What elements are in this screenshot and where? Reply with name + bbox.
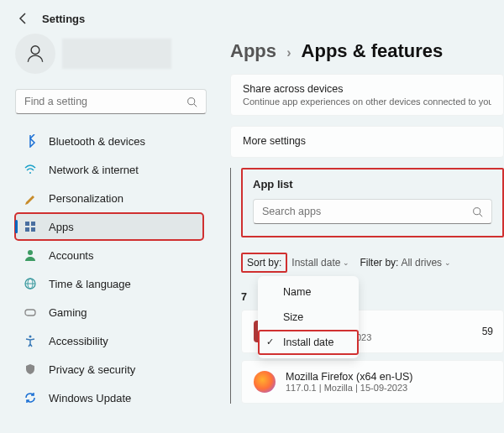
sidebar-item-personalization[interactable]: Personalization — [15, 185, 203, 211]
gamepad-icon — [24, 305, 37, 319]
avatar — [15, 34, 55, 74]
content-pane: Apps › Apps & features Share across devi… — [212, 34, 504, 433]
svg-line-2 — [194, 103, 197, 106]
app-name: Mozilla Firefox (x64 en-US) — [286, 371, 412, 383]
svg-rect-7 — [31, 227, 35, 232]
sidebar-item-bluetooth-devices[interactable]: Bluetooth & devices — [15, 128, 203, 154]
sort-dropdown: NameSizeInstall date — [258, 276, 359, 358]
svg-point-1 — [188, 97, 195, 104]
bluetooth-icon — [24, 134, 37, 148]
sidebar-item-label: Accounts — [49, 249, 93, 262]
sort-option-name[interactable]: Name — [258, 279, 359, 305]
nav-list: Bluetooth & devicesNetwork & internetPer… — [15, 128, 203, 411]
sort-by-label[interactable]: Sort by: — [241, 253, 287, 273]
filter-by-label: Filter by: — [360, 257, 398, 269]
app-size: 59 — [482, 326, 493, 337]
window-title: Settings — [42, 13, 85, 25]
sidebar-item-accessibility[interactable]: Accessibility — [15, 327, 203, 354]
sidebar-item-network-internet[interactable]: Network & internet — [15, 156, 203, 183]
filter-row: Sort by: Install date ⌄ Filter by: All d… — [241, 253, 504, 273]
find-setting-search[interactable] — [15, 89, 207, 114]
sidebar-item-label: Bluetooth & devices — [49, 135, 145, 148]
app-list-box: App list — [241, 168, 504, 237]
username-redacted — [62, 39, 171, 69]
sort-option-install-date[interactable]: Install date — [258, 330, 359, 355]
search-apps-field[interactable] — [253, 199, 492, 224]
svg-line-15 — [480, 213, 482, 216]
person-icon — [24, 248, 37, 262]
search-icon — [186, 97, 197, 107]
app-list-section: App list Sort by: Install date ⌄ Filter … — [230, 168, 504, 404]
more-settings-card[interactable]: More settings — [230, 126, 504, 158]
access-icon — [24, 334, 37, 347]
svg-point-8 — [28, 250, 33, 255]
sidebar-item-gaming[interactable]: Gaming — [15, 299, 203, 326]
title-bar: Settings — [0, 0, 504, 34]
breadcrumb-parent[interactable]: Apps — [230, 40, 276, 61]
breadcrumb: Apps › Apps & features — [230, 40, 504, 62]
sidebar-item-privacy-security[interactable]: Privacy & security — [15, 356, 203, 383]
filter-value[interactable]: All drives — [401, 257, 442, 269]
sidebar-item-label: Personalization — [49, 192, 123, 205]
card-desc: Continue app experiences on other device… — [243, 97, 491, 107]
app-list-title: App list — [253, 178, 492, 190]
sort-option-size[interactable]: Size — [258, 305, 359, 330]
chevron-down-icon: ⌄ — [444, 258, 451, 267]
app-icon — [252, 369, 277, 394]
card-title: More settings — [243, 135, 491, 147]
back-button[interactable] — [17, 12, 30, 25]
sidebar: Bluetooth & devicesNetwork & internetPer… — [0, 34, 212, 433]
svg-rect-6 — [25, 227, 29, 232]
svg-point-0 — [31, 46, 39, 55]
search-icon — [472, 206, 483, 217]
svg-point-3 — [29, 172, 31, 174]
brush-icon — [24, 191, 37, 205]
sidebar-item-time-language[interactable]: Time & language — [15, 270, 203, 297]
sidebar-item-label: Time & language — [49, 278, 131, 290]
apps-icon — [24, 220, 37, 233]
search-apps-input[interactable] — [262, 206, 472, 217]
svg-rect-5 — [31, 222, 35, 226]
svg-rect-4 — [25, 222, 29, 226]
wifi-icon — [24, 163, 37, 176]
sidebar-item-label: Privacy & security — [49, 363, 135, 376]
sidebar-item-accounts[interactable]: Accounts — [15, 242, 203, 269]
chevron-down-icon: ⌄ — [343, 258, 349, 267]
breadcrumb-current: Apps & features — [302, 40, 444, 61]
person-icon — [24, 43, 46, 65]
card-title: Share across devices — [243, 83, 491, 95]
shield-icon — [24, 363, 37, 376]
app-row[interactable]: Mozilla Firefox (x64 en-US)117.0.1 | Moz… — [241, 360, 504, 404]
main-layout: Bluetooth & devicesNetwork & internetPer… — [0, 34, 504, 433]
sidebar-item-label: Apps — [49, 221, 74, 233]
globe-icon — [24, 277, 37, 290]
app-meta: 117.0.1 | Mozilla | 15-09-2023 — [286, 383, 412, 393]
chevron-right-icon: › — [286, 45, 291, 60]
share-devices-card[interactable]: Share across devices Continue app experi… — [230, 74, 504, 116]
sidebar-item-label: Accessibility — [49, 335, 108, 347]
sidebar-item-windows-update[interactable]: Windows Update — [15, 384, 203, 411]
svg-rect-12 — [25, 310, 35, 316]
search-input[interactable] — [24, 96, 186, 107]
sidebar-item-label: Network & internet — [49, 164, 139, 176]
sidebar-item-label: Windows Update — [49, 392, 131, 404]
sort-value[interactable]: Install date — [291, 257, 340, 269]
back-arrow-icon — [17, 12, 30, 25]
profile-block[interactable] — [15, 34, 203, 74]
sidebar-item-apps[interactable]: Apps — [15, 213, 203, 240]
svg-point-14 — [474, 207, 480, 214]
sidebar-item-label: Gaming — [49, 306, 87, 319]
svg-point-13 — [29, 336, 32, 338]
update-icon — [24, 391, 37, 404]
